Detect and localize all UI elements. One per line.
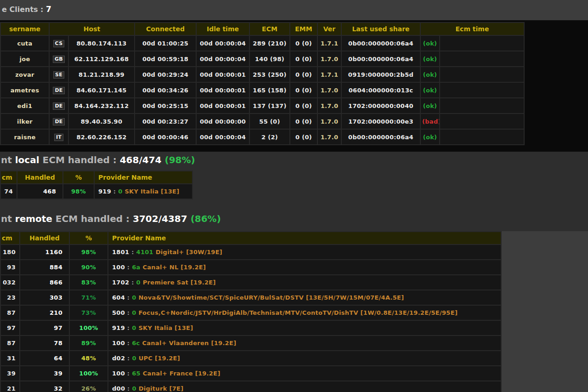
- provider-cell: d02 : 0 UPC [19.2E]: [108, 351, 501, 365]
- country-flag-icon: DE: [53, 118, 64, 125]
- provider-id: 0: [132, 294, 136, 301]
- handled-cell: 97: [20, 321, 69, 335]
- provider-row: 213226%d00 : 0 Digiturk [7E]: [1, 381, 501, 392]
- cccam-info-page: e Clients : 7 sername Host Connected Idl…: [0, 0, 588, 392]
- percent-cell: 100%: [70, 321, 107, 335]
- percent-cell: 73%: [70, 306, 107, 320]
- provider-row: 9388490%100 : 6a Canal+ NL [19.2E]: [1, 260, 501, 274]
- handled-cell: 1160: [20, 245, 69, 259]
- active-clients-label: e Clients :: [2, 5, 46, 14]
- provider-caid: 100: [112, 264, 125, 271]
- provider-caid: 919: [112, 324, 125, 331]
- provider-name: Digiturk [7E]: [136, 385, 184, 392]
- client-connected-time: 00d 00:59:18: [135, 51, 196, 66]
- client-last-used-share: 0b00:000000:06a4: [342, 36, 420, 51]
- provider-caid: 919: [98, 188, 111, 195]
- handled-cell: 210: [20, 306, 69, 320]
- provider-cell: 919 : 0 SKY Italia [13E]: [95, 184, 192, 199]
- provider-name: Canal+ Vlaanderen [19.2E]: [140, 340, 237, 347]
- client-row: ametresDE84.60.171.14500d 00:34:2600d 00…: [1, 83, 524, 97]
- client-version: 1.7.0: [318, 51, 341, 66]
- client-idle-time: 00d 00:00:00: [197, 114, 249, 129]
- remote-header-row: cm Handled % Provider Name: [1, 232, 501, 244]
- provider-name: SKY Italia [13E]: [136, 324, 193, 331]
- client-ecm-time: [440, 130, 524, 144]
- client-host: 84.164.232.112: [69, 98, 134, 113]
- client-version: 1.7.1: [318, 67, 341, 82]
- col-provider-name: Provider Name: [108, 232, 501, 244]
- client-emm-count: 0 (0): [290, 98, 317, 113]
- clients-table: sername Host Connected Idle time ECM EMM…: [0, 22, 525, 145]
- ecm-total-cell: 93: [1, 260, 19, 274]
- provider-separator: :: [125, 355, 132, 362]
- ecm-total-cell: 97: [1, 321, 19, 335]
- client-ecm-count: 140 (98): [250, 51, 289, 66]
- client-row: raisneIT82.60.226.15200d 00:00:4600d 00:…: [1, 130, 524, 144]
- client-ecm-time: [440, 114, 524, 129]
- client-idle-time: 00d 00:00:01: [197, 83, 249, 97]
- client-country-flag: DE: [50, 83, 68, 97]
- col-ecm-time: Ecm time: [421, 23, 524, 35]
- client-username: edi1: [1, 98, 49, 113]
- client-host: 84.60.171.145: [69, 83, 134, 97]
- client-share-status: (ok): [421, 36, 439, 51]
- percent-cell: 26%: [70, 381, 107, 392]
- country-flag-icon: GB: [53, 56, 65, 63]
- percent-cell: 100%: [70, 366, 107, 381]
- percent-cell: 83%: [70, 275, 107, 290]
- provider-name: Nova&TV/Showtime/SCT/SpiceURY/BulSat/DST…: [136, 294, 404, 301]
- provider-caid: 1801: [112, 249, 129, 256]
- remote-ecm-percent: (86%): [191, 213, 221, 224]
- country-flag-icon: DE: [53, 102, 64, 110]
- client-emm-count: 0 (0): [290, 114, 317, 129]
- provider-caid: d00: [112, 385, 125, 392]
- client-username: ilker: [1, 114, 49, 129]
- col-provider-name: Provider Name: [95, 171, 192, 183]
- col-emm: EMM: [290, 23, 317, 35]
- client-country-flag: IT: [50, 130, 68, 144]
- country-flag-icon: DE: [53, 87, 64, 94]
- client-idle-time: 00d 00:00:01: [197, 98, 249, 113]
- provider-id: 0: [132, 355, 136, 362]
- provider-id: 0: [132, 309, 136, 316]
- provider-row: 877889%100 : 6c Canal+ Vlaanderen [19.2E…: [1, 336, 501, 350]
- provider-id: 0: [132, 324, 136, 331]
- client-host: 89.40.35.90: [69, 114, 134, 129]
- client-version: 1.7.0: [318, 130, 341, 144]
- client-share-status: (ok): [421, 51, 439, 66]
- local-header-row: cm Handled % Provider Name: [1, 171, 192, 183]
- client-ecm-time: [440, 83, 524, 97]
- client-emm-count: 0 (0): [290, 36, 317, 51]
- percent-cell: 98%: [70, 245, 107, 259]
- provider-name: Canal+ NL [19.2E]: [141, 264, 206, 271]
- col-ver: Ver: [318, 23, 341, 35]
- client-emm-count: 0 (0): [290, 51, 317, 66]
- country-flag-icon: CS: [53, 40, 65, 47]
- provider-separator: :: [129, 249, 136, 256]
- client-host: 82.60.226.152: [69, 130, 134, 144]
- col-ecm: cm: [1, 232, 19, 244]
- provider-caid: 1702: [112, 279, 129, 286]
- client-country-flag: DE: [50, 114, 68, 129]
- provider-caid: 500: [112, 309, 125, 316]
- client-last-used-share: 1702:000000:0040: [342, 98, 420, 113]
- col-ecm: cm: [1, 171, 17, 183]
- handled-cell: 39: [20, 366, 69, 381]
- percent-cell: 90%: [70, 260, 107, 274]
- client-version: 1.7.0: [318, 98, 341, 113]
- provider-name: SKY Italia [13E]: [123, 188, 180, 195]
- client-connected-time: 00d 00:29:24: [135, 67, 196, 82]
- provider-id: 65: [132, 370, 141, 377]
- country-flag-icon: SE: [53, 71, 64, 79]
- provider-separator: :: [125, 385, 132, 392]
- local-ecm-percent: (98%): [164, 154, 195, 165]
- client-username: joe: [1, 51, 49, 66]
- col-username: sername: [1, 23, 49, 35]
- handled-cell: 303: [20, 290, 69, 305]
- client-last-used-share: 0919:000000:2b5d: [342, 67, 420, 82]
- client-host: 80.80.174.113: [69, 36, 134, 51]
- client-emm-count: 0 (0): [290, 83, 317, 97]
- client-row: edi1DE84.164.232.11200d 00:25:1500d 00:0…: [1, 98, 524, 113]
- client-last-used-share: 1702:000000:00e3: [342, 114, 420, 129]
- client-country-flag: DE: [50, 98, 68, 113]
